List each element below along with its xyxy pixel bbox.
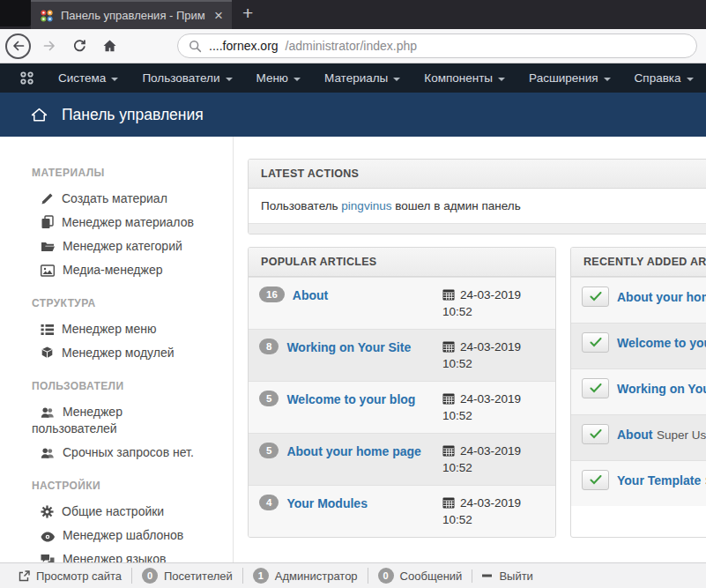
url-path: /administrator/index.php bbox=[286, 39, 417, 53]
gear-icon bbox=[41, 505, 54, 518]
menu-system[interactable]: Система bbox=[58, 71, 118, 85]
forward-button[interactable] bbox=[36, 33, 63, 59]
view-site-link[interactable]: Просмотр сайта bbox=[9, 569, 131, 583]
tab-close-icon[interactable]: × bbox=[212, 8, 225, 23]
publish-check-button[interactable] bbox=[582, 287, 609, 307]
user-link[interactable]: pingvinus bbox=[341, 199, 391, 212]
article-link[interactable]: Your Template bbox=[617, 473, 701, 488]
home-button[interactable] bbox=[96, 33, 123, 59]
menu-extensions[interactable]: Расширения bbox=[529, 71, 611, 85]
list-icon bbox=[41, 324, 54, 336]
menu-content[interactable]: Материалы bbox=[324, 71, 400, 85]
chevron-down-icon bbox=[294, 78, 301, 81]
popular-article-row: 4 Your Modules 24-03-2019 10:52 bbox=[249, 485, 555, 537]
sidebar-heading-users: ПОЛЬЗОВАТЕЛИ bbox=[32, 380, 233, 392]
article-link[interactable]: Working on Your Site bbox=[617, 382, 706, 396]
check-icon bbox=[590, 338, 602, 347]
folder-icon bbox=[41, 241, 55, 253]
visitors-count-badge: 0 bbox=[142, 568, 158, 584]
chevron-down-icon bbox=[111, 78, 118, 81]
article-link[interactable]: About your home page bbox=[617, 290, 706, 304]
recent-article-row: About your home page Super User bbox=[571, 277, 706, 323]
visitors-status[interactable]: 0 Посетителей bbox=[131, 568, 242, 584]
users-icon bbox=[41, 406, 55, 419]
search-icon bbox=[189, 40, 202, 53]
sidebar-item-category-manager[interactable]: Менеджер категорий bbox=[32, 238, 197, 255]
browser-tab-bar: Панель управления - Прим × + bbox=[0, 0, 706, 29]
calendar-icon bbox=[442, 340, 455, 353]
messages-count-badge: 0 bbox=[378, 568, 394, 584]
recent-article-row: About Super User bbox=[571, 414, 706, 460]
publish-check-button[interactable] bbox=[582, 378, 609, 398]
sidebar-item-privacy-requests[interactable]: Срочных запросов нет. bbox=[32, 444, 197, 461]
publish-check-button[interactable] bbox=[582, 424, 609, 444]
article-link[interactable]: Welcome to your blog bbox=[617, 336, 706, 350]
popular-article-row: 5 Welcome to your blog 24-03-2019 10:52 bbox=[249, 381, 555, 433]
logout-link[interactable]: Выйти bbox=[472, 569, 543, 583]
check-icon bbox=[590, 292, 602, 301]
sidebar-item-media-manager[interactable]: Медиа-менеджер bbox=[32, 262, 197, 279]
calendar-icon bbox=[442, 496, 455, 509]
sidebar-item-template-manager[interactable]: Менеджер шаблонов bbox=[32, 527, 197, 544]
popular-article-row: 5 About your home page 24-03-2019 10:52 bbox=[249, 433, 555, 485]
recent-articles-panel: RECENTLY ADDED ARTICLES About your home … bbox=[570, 247, 706, 538]
sidebar-item-new-article[interactable]: Создать материал bbox=[32, 190, 197, 207]
browser-window: Панель управления - Прим × + ....fornex.… bbox=[0, 0, 706, 588]
back-button[interactable] bbox=[5, 33, 31, 59]
copy-icon bbox=[41, 215, 54, 229]
recent-article-row: Working on Your Site Super User bbox=[571, 368, 706, 414]
joomla-logo-icon bbox=[19, 71, 34, 86]
sidebar-heading-content: МАТЕРИАЛЫ bbox=[32, 167, 233, 179]
sidebar-item-global-configuration[interactable]: Общие настройки bbox=[32, 503, 197, 520]
article-link[interactable]: About bbox=[617, 428, 652, 442]
reload-button[interactable] bbox=[66, 33, 93, 59]
hits-badge: 5 bbox=[259, 391, 279, 406]
sidebar-item-menu-manager[interactable]: Менеджер меню bbox=[32, 321, 197, 338]
admins-count-badge: 1 bbox=[253, 568, 269, 584]
chevron-down-icon bbox=[226, 78, 233, 81]
menu-menus[interactable]: Меню bbox=[256, 71, 301, 85]
recent-articles-title: RECENTLY ADDED ARTICLES bbox=[571, 248, 706, 277]
sidebar-item-user-manager[interactable]: Менеджер пользователей bbox=[32, 404, 197, 437]
menu-components[interactable]: Компоненты bbox=[424, 71, 505, 85]
latest-actions-title: LATEST ACTIONS bbox=[249, 160, 706, 189]
article-link[interactable]: Your Modules bbox=[286, 495, 368, 512]
eye-icon bbox=[41, 532, 55, 542]
panel-row-empty bbox=[249, 223, 706, 234]
menu-users[interactable]: Пользователи bbox=[142, 71, 232, 85]
latest-action-row: Пользователь pingvinus вошел в админ пан… bbox=[249, 189, 706, 223]
tab-title: Панель управления - Прим bbox=[61, 9, 205, 22]
messages-status[interactable]: 0 Сообщений bbox=[368, 568, 472, 584]
joomla-favicon-icon bbox=[40, 9, 54, 23]
calendar-icon bbox=[442, 392, 455, 405]
admins-status[interactable]: 1 Администратор bbox=[242, 568, 368, 584]
hits-badge: 4 bbox=[259, 495, 279, 510]
admin-menubar: Система Пользователи Меню Материалы Комп… bbox=[0, 63, 706, 93]
page-header: Панель управления bbox=[0, 93, 706, 137]
recent-article-row: Welcome to your blog Super User bbox=[571, 323, 706, 368]
check-icon bbox=[590, 475, 602, 485]
users-icon bbox=[41, 447, 55, 459]
home-icon bbox=[102, 39, 117, 53]
sidebar-item-article-manager[interactable]: Менеджер материалов bbox=[32, 214, 197, 231]
sidebar-item-module-manager[interactable]: Менеджер модулей bbox=[32, 345, 197, 361]
article-link[interactable]: About your home page bbox=[286, 443, 420, 460]
article-link[interactable]: Working on Your Site bbox=[286, 339, 411, 356]
article-link[interactable]: Welcome to your blog bbox=[286, 391, 415, 408]
url-bar[interactable]: ....fornex.org/administrator/index.php bbox=[177, 33, 697, 58]
check-icon bbox=[590, 383, 602, 393]
pencil-icon bbox=[41, 192, 54, 205]
publish-check-button[interactable] bbox=[582, 470, 609, 490]
forward-arrow-icon bbox=[42, 39, 56, 53]
article-author: Super User bbox=[657, 428, 706, 442]
menu-help[interactable]: Справка bbox=[635, 71, 694, 85]
sidebar-heading-structure: СТРУКТУРА bbox=[32, 297, 233, 309]
popular-articles-panel: POPULAR ARTICLES 16 About 24-03-2019 10:… bbox=[248, 247, 556, 538]
chevron-down-icon bbox=[604, 78, 611, 81]
browser-tab[interactable]: Панель управления - Прим × bbox=[31, 0, 232, 29]
publish-check-button[interactable] bbox=[582, 332, 609, 353]
article-link[interactable]: About bbox=[293, 287, 328, 304]
popular-article-row: 16 About 24-03-2019 10:52 bbox=[249, 277, 555, 329]
external-link-icon bbox=[19, 570, 30, 582]
new-tab-button[interactable]: + bbox=[232, 0, 264, 29]
